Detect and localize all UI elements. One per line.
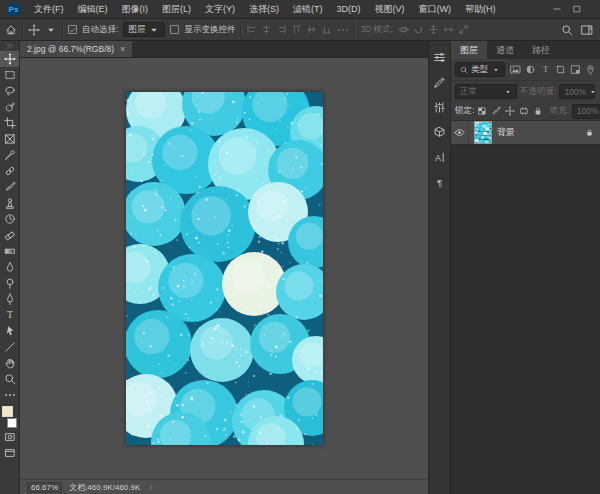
screen-mode-button[interactable]: [0, 445, 19, 461]
quick-select-tool[interactable]: [0, 99, 19, 115]
eraser-tool[interactable]: [0, 227, 19, 243]
filter-pin-icon[interactable]: [585, 64, 596, 75]
lock-transparent-icon[interactable]: [477, 106, 487, 116]
align-right-icon[interactable]: [276, 24, 287, 35]
smudge-tool[interactable]: [0, 259, 19, 275]
move-icon[interactable]: [505, 106, 515, 116]
search-icon[interactable]: [561, 24, 573, 36]
pan-3d-icon[interactable]: [428, 24, 439, 35]
brush-tool[interactable]: [0, 179, 19, 195]
panel-tab[interactable]: 路径: [523, 41, 559, 59]
filter-type-dropdown[interactable]: 类型: [455, 62, 505, 77]
align-left-icon[interactable]: [246, 24, 257, 35]
zoom-level-field[interactable]: 66.67%: [27, 482, 62, 493]
status-flyout-icon[interactable]: [147, 483, 155, 491]
menu-item[interactable]: 编辑(E): [71, 0, 115, 18]
lasso-tool[interactable]: [0, 83, 19, 99]
fill-field[interactable]: 100%: [572, 104, 600, 119]
layer-row[interactable]: 背景: [451, 121, 600, 145]
show-transform-checkbox[interactable]: [170, 25, 179, 34]
menu-item[interactable]: 图像(I): [115, 0, 156, 18]
crop-tool[interactable]: [0, 115, 19, 131]
document-tab-bar: 2.jpg @ 66.7%(RGB/8) ×: [20, 41, 428, 58]
adjustments-panel-icon[interactable]: [431, 98, 449, 116]
blend-mode-dropdown[interactable]: 正常: [455, 84, 517, 99]
brush-icon[interactable]: [491, 106, 501, 116]
shape-line-tool[interactable]: [0, 339, 19, 355]
toolbar-collapse-icon[interactable]: [6, 41, 14, 51]
slide-3d-icon[interactable]: [443, 24, 454, 35]
panel-tab[interactable]: 图层: [451, 41, 487, 59]
auto-select-label: 自动选择:: [82, 24, 118, 36]
auto-select-checkbox[interactable]: [68, 25, 77, 34]
color-swatches[interactable]: [0, 405, 19, 429]
color-panel-icon[interactable]: [431, 48, 449, 66]
roll-3d-icon[interactable]: [413, 24, 424, 35]
foreground-color-swatch[interactable]: [2, 406, 13, 417]
menu-item[interactable]: 窗口(W): [412, 0, 459, 18]
character-panel-icon[interactable]: A: [431, 148, 449, 166]
current-tool-icon[interactable]: [28, 24, 40, 36]
align-bottom-icon[interactable]: [321, 24, 332, 35]
gradient-tool[interactable]: [0, 243, 19, 259]
filter-adjust-icon[interactable]: [525, 64, 536, 75]
menu-item[interactable]: 图层(L): [155, 0, 198, 18]
quick-mask-button[interactable]: [0, 429, 19, 445]
edit-toolbar-button[interactable]: [0, 387, 19, 403]
mode-3d-buttons: [398, 24, 469, 35]
libraries-panel-icon[interactable]: [431, 123, 449, 141]
layer-lock-icon[interactable]: [585, 128, 594, 137]
clone-stamp-tool[interactable]: [0, 195, 19, 211]
panel-tab[interactable]: 通道: [487, 41, 523, 59]
menu-item[interactable]: 视图(V): [368, 0, 412, 18]
auto-select-dropdown[interactable]: 图层: [123, 22, 165, 37]
divider: [22, 22, 23, 37]
background-color-swatch[interactable]: [7, 418, 17, 428]
type-tool[interactable]: T: [0, 307, 19, 323]
menu-item[interactable]: 帮助(H): [458, 0, 503, 18]
lock-icon[interactable]: [533, 106, 543, 116]
menu-item[interactable]: 滤镜(T): [286, 0, 330, 18]
frame-tool[interactable]: [0, 131, 19, 147]
zoom-tool[interactable]: [0, 371, 19, 387]
workspace-icon[interactable]: [581, 24, 593, 36]
menu-item[interactable]: 3D(D): [330, 0, 368, 18]
orbit-3d-icon[interactable]: [398, 24, 409, 35]
filter-image-icon[interactable]: [510, 64, 521, 75]
align-center-h-icon[interactable]: [261, 24, 272, 35]
pen-tool[interactable]: [0, 291, 19, 307]
menu-item[interactable]: 选择(S): [242, 0, 286, 18]
align-top-icon[interactable]: [291, 24, 302, 35]
dodge-tool[interactable]: [0, 275, 19, 291]
filter-smart-icon[interactable]: [570, 64, 581, 75]
layer-visibility-eye-icon[interactable]: [451, 121, 469, 144]
eyedropper-tool[interactable]: [0, 147, 19, 163]
layer-thumbnail[interactable]: [474, 121, 492, 144]
menu-item[interactable]: 文件(F): [27, 0, 71, 18]
hand-tool[interactable]: [0, 355, 19, 371]
path-select-tool[interactable]: [0, 323, 19, 339]
properties-panel-icon[interactable]: [431, 73, 449, 91]
home-icon[interactable]: [5, 24, 17, 36]
maximize-button[interactable]: [572, 4, 582, 14]
lock-artboard-icon[interactable]: [519, 106, 529, 116]
paragraph-panel-icon[interactable]: ¶: [431, 173, 449, 191]
opacity-field[interactable]: 100%: [559, 84, 595, 99]
filter-shape-icon[interactable]: [555, 64, 566, 75]
align-center-v-icon[interactable]: [306, 24, 317, 35]
canvas-image[interactable]: [126, 92, 323, 445]
history-brush-tool[interactable]: [0, 211, 19, 227]
close-tab-icon[interactable]: ×: [120, 44, 125, 54]
document-tab[interactable]: 2.jpg @ 66.7%(RGB/8) ×: [20, 41, 132, 57]
lock-icon-buttons: [477, 106, 543, 116]
scale-3d-icon[interactable]: [458, 24, 469, 35]
spot-heal-tool[interactable]: [0, 163, 19, 179]
move-tool[interactable]: [0, 51, 19, 67]
more-options-icon[interactable]: [337, 24, 349, 36]
filter-type-icon[interactable]: T: [540, 64, 551, 75]
marquee-tool[interactable]: [0, 67, 19, 83]
document-area: 2.jpg @ 66.7%(RGB/8) × 66.67% 文档:460.9K/…: [20, 41, 428, 494]
tool-preset-caret-icon[interactable]: [45, 24, 57, 36]
menu-item[interactable]: 文字(Y): [198, 0, 242, 18]
minimize-button[interactable]: [552, 4, 562, 14]
